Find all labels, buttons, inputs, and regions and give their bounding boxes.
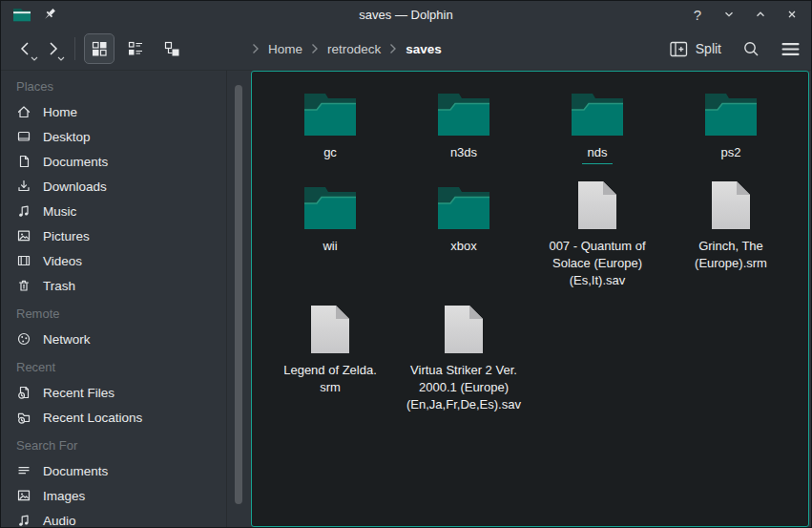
forward-button[interactable]: [39, 34, 66, 63]
sidebar-item-label: Network: [43, 332, 91, 347]
chevron-up-icon: [754, 8, 767, 21]
desktop-icon: [16, 129, 31, 144]
sidebar-item-recent-recent-files[interactable]: Recent Files: [1, 380, 251, 405]
chevron-down-icon: [722, 8, 736, 21]
sidebar-item-places-pictures[interactable]: Pictures: [1, 223, 251, 248]
dolphin-window: saves — Dolphin ?: [0, 0, 812, 528]
file-label-line: (Europe).srm: [695, 255, 767, 272]
search-button[interactable]: [742, 40, 760, 58]
sidebar-item-places-trash[interactable]: Trash: [1, 273, 251, 298]
sidebar-item-places-videos[interactable]: Videos: [1, 248, 251, 273]
sidebar-item-label: Recent Locations: [43, 411, 142, 425]
file-label: gc: [323, 144, 337, 161]
file-label: nds: [582, 144, 614, 164]
sidebar-section-header: Recent: [1, 355, 251, 380]
back-button[interactable]: [12, 34, 39, 63]
file-item-legend-of-zelda-srm[interactable]: Legend of Zelda.srm: [263, 306, 397, 396]
file-label-line: (Es,It).sav: [549, 272, 645, 289]
music-note-icon: [16, 203, 31, 219]
file-label-line: wii: [323, 238, 337, 255]
file-icon: [710, 182, 752, 230]
breadcrumb-item-retrodeck[interactable]: retrodeck: [327, 42, 381, 56]
sidebar-item-places-music[interactable]: Music: [1, 199, 251, 223]
file-label-line: n3ds: [450, 144, 477, 161]
app-folder-icon: [12, 8, 31, 22]
file-item-virtua-striker-2-ver-2000-1-europe-en-ja-fr-de-es-sav[interactable]: Virtua Striker 2 Ver.2000.1 (Europe)(En,…: [397, 306, 531, 413]
file-label: 007 - Quantum ofSolace (Europe)(Es,It).s…: [549, 238, 645, 289]
recent-file-icon: [16, 385, 31, 400]
window-controls: ?: [690, 7, 800, 22]
file-label-line: (En,Ja,Fr,De,Es).sav: [406, 396, 521, 413]
menu-button[interactable]: [781, 42, 800, 56]
file-label-line: 007 - Quantum of: [549, 238, 645, 255]
sidebar-item-label: Pictures: [43, 229, 90, 243]
recent-folder-icon: [16, 410, 31, 425]
file-label-line: ps2: [721, 144, 741, 161]
music-note-icon: [16, 513, 31, 528]
file-label-line: Virtua Striker 2 Ver.: [406, 362, 521, 379]
sidebar-item-label: Images: [43, 489, 85, 503]
file-label: Grinch, The(Europe).srm: [695, 238, 767, 272]
details-view-button[interactable]: [120, 33, 151, 64]
split-button[interactable]: Split: [670, 41, 721, 57]
maximize-button[interactable]: [753, 7, 768, 22]
video-icon: [16, 253, 31, 268]
sidebar-section-header: Places: [1, 74, 251, 99]
file-icon: [443, 306, 485, 354]
folder-icon: [703, 89, 759, 137]
file-icon: [576, 182, 618, 230]
trash-icon: [16, 278, 31, 293]
image-icon: [16, 488, 31, 503]
folder-item-gc[interactable]: gc: [263, 89, 397, 161]
sidebar-item-remote-network[interactable]: Network: [1, 327, 251, 351]
file-label-line: 2000.1 (Europe): [406, 379, 521, 396]
sidebar-sections: PlacesHomeDesktopDocumentsDownloadsMusic…: [1, 74, 251, 528]
folder-icon: [302, 182, 358, 230]
sidebar-section-remote: RemoteNetwork: [1, 302, 251, 351]
breadcrumb-item-home[interactable]: Home: [268, 42, 302, 56]
folder-item-xbox[interactable]: xbox: [397, 182, 531, 255]
icons-view-button[interactable]: [84, 33, 115, 64]
chevron-right-icon: [43, 39, 62, 58]
back-dropdown-icon: [31, 56, 38, 61]
minimize-button[interactable]: [721, 7, 737, 22]
help-button[interactable]: ?: [690, 7, 705, 22]
sidebar-item-label: Recent Files: [43, 386, 115, 400]
magnifier-icon: [742, 40, 760, 58]
toolbar-right: Split: [670, 40, 800, 58]
sidebar-section-places: PlacesHomeDesktopDocumentsDownloadsMusic…: [1, 74, 251, 298]
close-button[interactable]: [784, 7, 800, 22]
folder-item-wii[interactable]: wii: [263, 182, 397, 255]
titlebar: saves — Dolphin ?: [1, 1, 811, 28]
folder-icon: [436, 89, 491, 137]
folder-item-ps2[interactable]: ps2: [664, 89, 798, 161]
sidebar-divider: [226, 71, 227, 528]
file-label-line: srm: [283, 379, 377, 396]
pin-icon[interactable]: [43, 8, 57, 22]
sidebar-item-places-downloads[interactable]: Downloads: [1, 174, 251, 199]
sidebar-item-label: Desktop: [43, 130, 91, 144]
sidebar-item-places-documents[interactable]: Documents: [1, 149, 251, 174]
breadcrumb-current[interactable]: saves: [406, 42, 442, 56]
folder-item-n3ds[interactable]: n3ds: [397, 89, 531, 161]
breadcrumb-chevron-icon: [311, 43, 319, 54]
file-label-line: Legend of Zelda.: [283, 362, 377, 379]
file-icon: [309, 306, 351, 354]
sidebar-item-search-for-images[interactable]: Images: [1, 483, 251, 508]
sidebar-item-places-home[interactable]: Home: [1, 99, 251, 124]
sidebar-item-places-desktop[interactable]: Desktop: [1, 124, 251, 149]
folder-item-nds[interactable]: nds: [531, 89, 664, 164]
sidebar-item-search-for-audio[interactable]: Audio: [1, 508, 251, 528]
sidebar-item-label: Videos: [43, 254, 82, 268]
sidebar-section-header: Search For: [1, 433, 251, 458]
file-label-line: Grinch, The: [695, 238, 767, 255]
tree-view-button[interactable]: [156, 33, 187, 64]
sidebar-item-recent-recent-locations[interactable]: Recent Locations: [1, 405, 251, 430]
folder-view[interactable]: gc n3ds nds ps2 wii xbox 007 - Quantum o…: [251, 71, 809, 527]
file-item-007-quantum-of-solace-europe-es-it-sav[interactable]: 007 - Quantum ofSolace (Europe)(Es,It).s…: [531, 182, 664, 289]
file-item-grinch-the-europe-srm[interactable]: Grinch, The(Europe).srm: [664, 182, 798, 272]
sidebar-scrollbar[interactable]: [235, 85, 242, 504]
sidebar-section-recent: RecentRecent FilesRecent Locations: [1, 355, 251, 430]
sidebar-item-label: Downloads: [43, 180, 107, 194]
sidebar-item-search-for-documents[interactable]: Documents: [1, 458, 251, 483]
